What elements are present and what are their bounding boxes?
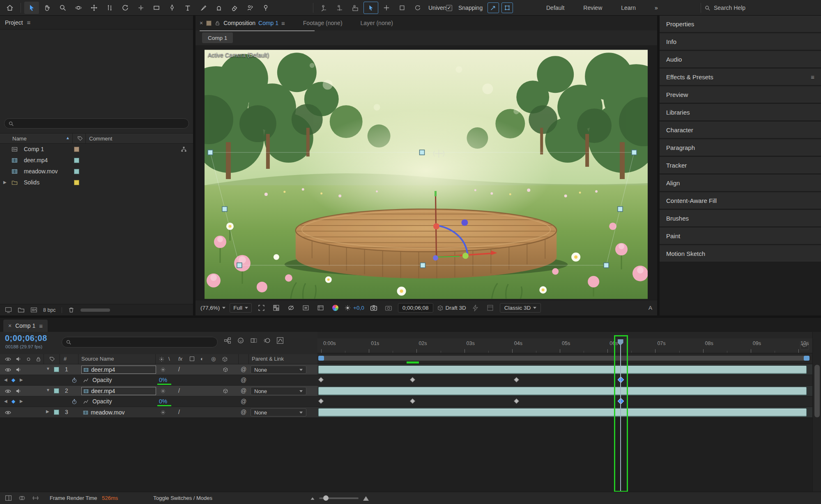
keyframe-at-time-icon[interactable]: ◆: [11, 377, 15, 383]
snap-beyond-bounds-icon[interactable]: [501, 2, 513, 13]
twirl-icon[interactable]: ▼: [46, 388, 50, 392]
keyframe[interactable]: [514, 377, 520, 382]
eye-icon[interactable]: [4, 388, 11, 394]
tab-layer[interactable]: Layer (none): [361, 20, 393, 26]
pickwhip-icon[interactable]: @: [241, 409, 246, 415]
track-kf-row-2[interactable]: [317, 396, 812, 407]
dolly-camera-tool-icon[interactable]: [102, 2, 117, 14]
close-icon[interactable]: ×: [200, 20, 203, 26]
comp-timecode[interactable]: 0;00;06;08: [398, 303, 433, 313]
timeline-vertical-scrollbar[interactable]: [812, 332, 821, 492]
pan-behind-tool-icon[interactable]: [133, 2, 148, 14]
current-time-display[interactable]: 0;00;06;08: [5, 334, 47, 343]
resolution-dropdown[interactable]: Full: [230, 303, 252, 313]
exposure-control[interactable]: +0,0: [345, 305, 364, 311]
rotation-tool-icon[interactable]: [118, 2, 133, 14]
channels-icon[interactable]: [330, 303, 340, 313]
collapse-switch-icon[interactable]: [159, 409, 167, 416]
timeline-zoom-slider[interactable]: [319, 497, 359, 499]
threed-switch-icon[interactable]: [222, 366, 229, 373]
gizmo-rotation-icon[interactable]: [410, 2, 425, 14]
audio-icon[interactable]: [15, 388, 22, 394]
panel-menu-icon[interactable]: ≡: [811, 74, 814, 81]
pickwhip-icon[interactable]: @: [241, 398, 246, 405]
layer-row-1[interactable]: ▼ 1 deer.mp4 / @ None: [0, 364, 317, 375]
world-axis-icon[interactable]: [332, 2, 347, 14]
prev-keyframe-icon[interactable]: ◀: [4, 377, 7, 382]
orbit-camera-tool-icon[interactable]: [71, 2, 86, 14]
dock-item-motion-sketch[interactable]: Motion Sketch: [660, 245, 821, 262]
tab-composition[interactable]: Composition Comp 1 ≡: [223, 16, 285, 30]
timeline-column-header[interactable]: # Source Name \ fx ◐ ◎ Parent & Link: [0, 354, 317, 364]
layer-row-3[interactable]: ▶ 3 meadow.mov / @ None: [0, 407, 317, 418]
stopwatch-icon[interactable]: [71, 377, 78, 384]
audio-icon[interactable]: [15, 366, 22, 373]
quality-switch[interactable]: /: [178, 409, 180, 415]
snapping-label[interactable]: Snapping: [458, 5, 483, 11]
parent-dropdown[interactable]: None: [251, 387, 306, 395]
layer-duration-bar[interactable]: [318, 408, 807, 417]
layer-duration-bar[interactable]: [318, 366, 807, 374]
new-folder-icon[interactable]: [18, 306, 25, 313]
source-name-column-label[interactable]: Source Name: [81, 356, 114, 362]
selection-tool-icon[interactable]: [24, 2, 39, 14]
keyframe-at-time-icon[interactable]: ◆: [11, 398, 15, 404]
dock-item-tracker[interactable]: Tracker: [660, 157, 821, 173]
project-item-meadow[interactable]: meadow.mov: [0, 166, 193, 177]
dock-item-align[interactable]: Align: [660, 175, 821, 191]
track-bar-row-1[interactable]: [317, 364, 812, 375]
label-column-icon[interactable]: [77, 136, 83, 141]
rectangle-tool-icon[interactable]: [149, 2, 164, 14]
interpret-footage-icon[interactable]: [5, 306, 12, 313]
stopwatch-icon[interactable]: [71, 398, 78, 405]
property-name[interactable]: Opacity: [92, 377, 112, 383]
timeline-search-input[interactable]: [62, 337, 218, 348]
panel-menu-icon[interactable]: ≡: [27, 19, 31, 26]
keyframe[interactable]: [410, 398, 415, 404]
quality-switch[interactable]: /: [178, 387, 180, 394]
graph-editor-icon[interactable]: [276, 337, 284, 344]
view-layout-icon[interactable]: [300, 303, 311, 313]
exposure-value[interactable]: +0,0: [353, 305, 364, 311]
dock-item-paint[interactable]: Paint: [660, 228, 821, 244]
project-item-comp1[interactable]: Comp 1: [0, 144, 193, 155]
mask-visibility-icon[interactable]: [285, 303, 296, 313]
timeline-tab-comp1[interactable]: × Comp 1 ≡: [3, 320, 48, 332]
workspace-overflow[interactable]: »: [655, 5, 658, 11]
label-color-chip[interactable]: [54, 367, 59, 372]
layer-name-box[interactable]: deer.mp4: [81, 387, 156, 395]
collapse-switch-icon[interactable]: [159, 388, 167, 394]
label-color-chip[interactable]: [74, 180, 79, 185]
next-keyframe-icon[interactable]: ▶: [20, 399, 23, 403]
type-tool-icon[interactable]: [180, 2, 195, 14]
scrollbar-thumb[interactable]: [814, 365, 820, 417]
dock-item-info[interactable]: Info: [660, 33, 821, 50]
property-value[interactable]: 0%: [159, 398, 167, 405]
brush-tool-icon[interactable]: [196, 2, 211, 14]
comp-subtab[interactable]: Comp 1: [202, 32, 233, 43]
label-color-chip[interactable]: [74, 169, 79, 174]
parent-dropdown[interactable]: None: [251, 408, 306, 417]
twirl-icon[interactable]: ▶: [46, 409, 49, 414]
prev-keyframe-icon[interactable]: ◀: [4, 399, 7, 403]
view-axis-icon[interactable]: [348, 2, 363, 14]
dock-item-audio[interactable]: Audio: [660, 51, 821, 67]
dock-item-content-aware-fill[interactable]: Content-Aware Fill: [660, 192, 821, 209]
layer-name-box[interactable]: meadow.mov: [81, 408, 156, 417]
workspace-review[interactable]: Review: [583, 5, 602, 11]
parent-link-column-label[interactable]: Parent & Link: [252, 356, 284, 362]
toggle-switches-modes-button[interactable]: Toggle Switches / Modes: [153, 495, 212, 501]
project-item-deer[interactable]: deer.mp4: [0, 155, 193, 166]
delete-icon[interactable]: [68, 306, 75, 313]
project-search-input[interactable]: [4, 118, 189, 129]
navigator-start-handle[interactable]: [318, 356, 324, 361]
local-axis-icon[interactable]: [317, 2, 331, 14]
graph-icon[interactable]: [82, 398, 90, 405]
threed-switch-icon[interactable]: [222, 388, 229, 394]
eraser-tool-icon[interactable]: [227, 2, 242, 14]
label-color-chip[interactable]: [54, 388, 59, 394]
quality-switch[interactable]: /: [178, 366, 180, 373]
keyframe[interactable]: [514, 398, 520, 404]
parent-dropdown[interactable]: None: [251, 366, 306, 374]
hand-tool-icon[interactable]: [40, 2, 55, 14]
